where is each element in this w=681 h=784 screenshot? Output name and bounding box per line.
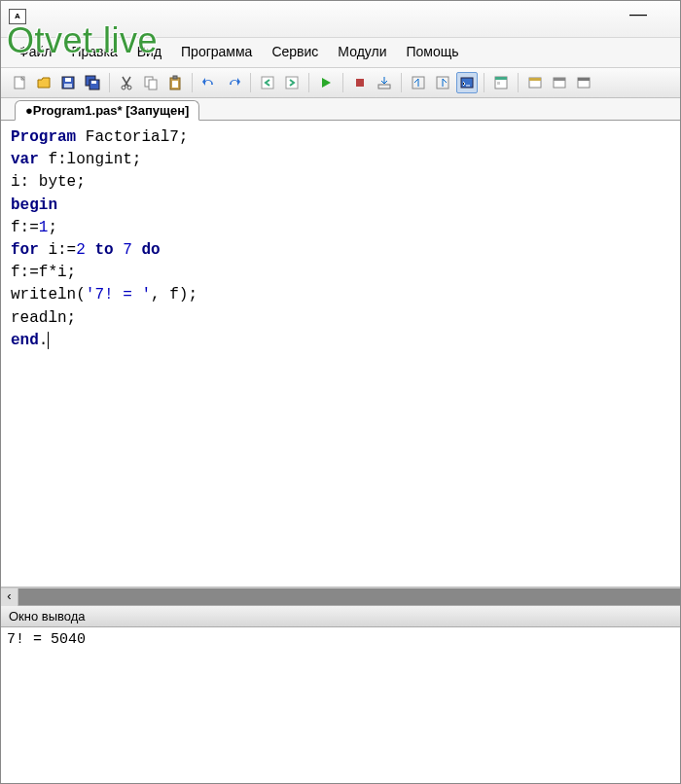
cut-icon[interactable] (116, 72, 137, 93)
new-file-icon[interactable] (9, 72, 30, 93)
code-text: do (141, 241, 160, 259)
output-panel-body[interactable]: 7! = 5040 (1, 627, 680, 773)
svg-rect-13 (172, 81, 178, 88)
stop-icon[interactable] (349, 72, 371, 93)
code-text: f:= (11, 219, 39, 236)
svg-rect-16 (356, 79, 364, 87)
undo-icon[interactable] (198, 72, 220, 93)
svg-rect-15 (286, 77, 298, 89)
module-icon[interactable] (524, 72, 546, 93)
tab-dirty-marker: ● (25, 103, 33, 118)
horizontal-scrollbar[interactable]: ‹ (1, 588, 680, 605)
svg-rect-10 (149, 80, 157, 89)
open-file-icon[interactable] (33, 72, 54, 93)
tab-program1[interactable]: ●Program1.pas* [Запущен] (15, 100, 199, 121)
app-icon: A (9, 9, 26, 24)
svg-rect-25 (529, 78, 541, 81)
code-text: '7! = ' (86, 286, 151, 303)
code-text: var (11, 151, 39, 168)
code-text: ; (48, 219, 57, 236)
svg-rect-17 (378, 85, 390, 89)
code-text: Program (11, 128, 76, 146)
toolbar-separator (484, 73, 484, 92)
code-text: writeln( (11, 286, 86, 303)
step-out-icon[interactable] (432, 72, 453, 93)
paste-icon[interactable] (164, 72, 186, 93)
module-icon[interactable] (549, 72, 570, 93)
nav-fwd-icon[interactable] (281, 72, 303, 93)
save-icon[interactable] (57, 72, 79, 93)
code-text: Factorial7; (76, 128, 188, 146)
svg-rect-14 (262, 77, 273, 89)
code-text: . (39, 332, 49, 349)
toolbar-separator (109, 73, 110, 92)
output-panel-header[interactable]: Окно вывода (1, 605, 680, 627)
code-text: i:= (39, 241, 76, 259)
svg-rect-29 (578, 78, 590, 81)
code-editor[interactable]: Program Factorial7; var f:longint; i: by… (1, 121, 680, 588)
toolbar-separator (342, 73, 343, 92)
nav-back-icon[interactable] (257, 72, 278, 93)
save-all-icon[interactable] (82, 72, 103, 93)
copy-icon[interactable] (140, 72, 161, 93)
minimize-button[interactable]: — (626, 9, 651, 26)
menu-service[interactable]: Сервис (264, 42, 326, 61)
svg-point-8 (127, 86, 131, 89)
console-icon[interactable] (456, 72, 478, 93)
code-text: f:longint; (39, 151, 142, 168)
form-icon[interactable] (490, 72, 512, 93)
svg-rect-22 (495, 77, 507, 80)
svg-rect-23 (497, 82, 500, 85)
svg-rect-27 (554, 78, 565, 81)
menu-help[interactable]: Помощь (399, 42, 467, 61)
toolbar-separator (192, 73, 193, 92)
code-text: f:=f*i; (11, 264, 76, 281)
menu-view[interactable]: Вид (129, 42, 169, 61)
svg-rect-2 (65, 78, 71, 82)
text-cursor (48, 332, 49, 349)
scrollbar-track[interactable] (18, 588, 680, 605)
tab-filename: Program1.pas* (33, 103, 123, 118)
code-text: 1 (39, 219, 49, 236)
redo-icon[interactable] (223, 72, 244, 93)
toolbar-separator (250, 73, 251, 92)
title-bar: A — (1, 1, 680, 38)
svg-rect-3 (64, 84, 72, 88)
svg-rect-12 (173, 76, 177, 79)
toolbar-separator (401, 73, 402, 92)
menu-bar: Файл Правка Вид Программа Сервис Модули … (1, 38, 680, 67)
code-text: begin (11, 196, 57, 214)
toolbar (1, 67, 680, 98)
svg-rect-6 (91, 81, 96, 84)
code-text: , f); (151, 286, 197, 303)
tab-status: [Запущен] (125, 103, 189, 118)
menu-edit[interactable]: Правка (63, 42, 125, 61)
toolbar-separator (518, 73, 519, 92)
step-into-icon[interactable] (374, 72, 395, 93)
code-text (86, 241, 95, 259)
code-text: end (11, 332, 39, 349)
step-over-icon[interactable] (408, 72, 429, 93)
svg-point-7 (122, 86, 125, 89)
code-text: i: byte; (11, 173, 86, 191)
menu-modules[interactable]: Модули (330, 42, 394, 61)
code-text (114, 241, 124, 259)
output-line: 7! = 5040 (7, 631, 674, 648)
code-text: to (94, 241, 113, 259)
menu-file[interactable]: Файл (11, 42, 59, 61)
code-text: for (11, 241, 39, 259)
scroll-left-arrow[interactable]: ‹ (1, 588, 18, 606)
tab-strip: ●Program1.pas* [Запущен] (1, 98, 680, 121)
run-icon[interactable] (315, 72, 337, 93)
module-icon[interactable] (573, 72, 594, 93)
code-text: 7 (123, 241, 132, 259)
code-text: readln; (11, 309, 76, 327)
code-text: 2 (76, 241, 86, 259)
toolbar-separator (308, 73, 309, 92)
menu-program[interactable]: Программа (173, 42, 260, 61)
